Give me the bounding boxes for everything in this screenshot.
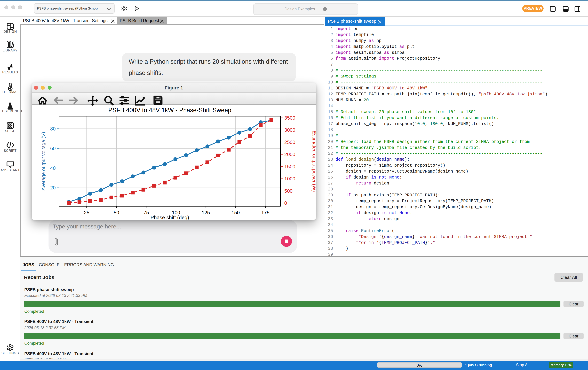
svg-text:80: 80 <box>50 126 56 131</box>
svg-text:75: 75 <box>144 210 149 215</box>
svg-text:500: 500 <box>284 188 293 194</box>
svg-text:175: 175 <box>261 210 270 215</box>
svg-text:125: 125 <box>202 210 210 215</box>
svg-text:2000: 2000 <box>284 152 295 157</box>
svg-text:3500: 3500 <box>284 115 295 121</box>
svg-text:25: 25 <box>84 210 89 215</box>
svg-text:Phase shift (deg): Phase shift (deg) <box>150 215 189 220</box>
svg-text:50: 50 <box>114 210 119 215</box>
svg-text:40: 40 <box>50 165 56 171</box>
svg-text:1500: 1500 <box>284 164 295 169</box>
svg-text:150: 150 <box>231 210 240 215</box>
svg-text:Estimated output power (W): Estimated output power (W) <box>312 131 316 192</box>
svg-text:60: 60 <box>50 146 56 151</box>
svg-text:Average output voltage (V): Average output voltage (V) <box>41 132 46 190</box>
svg-text:PSFB 400V to 48V 1kW - Phase-S: PSFB 400V to 48V 1kW - Phase-Shift Sweep <box>108 107 231 114</box>
svg-text:0: 0 <box>284 200 287 206</box>
svg-text:3000: 3000 <box>284 127 295 133</box>
svg-text:2500: 2500 <box>284 140 295 145</box>
svg-text:1000: 1000 <box>284 176 295 181</box>
svg-text:20: 20 <box>50 185 56 190</box>
